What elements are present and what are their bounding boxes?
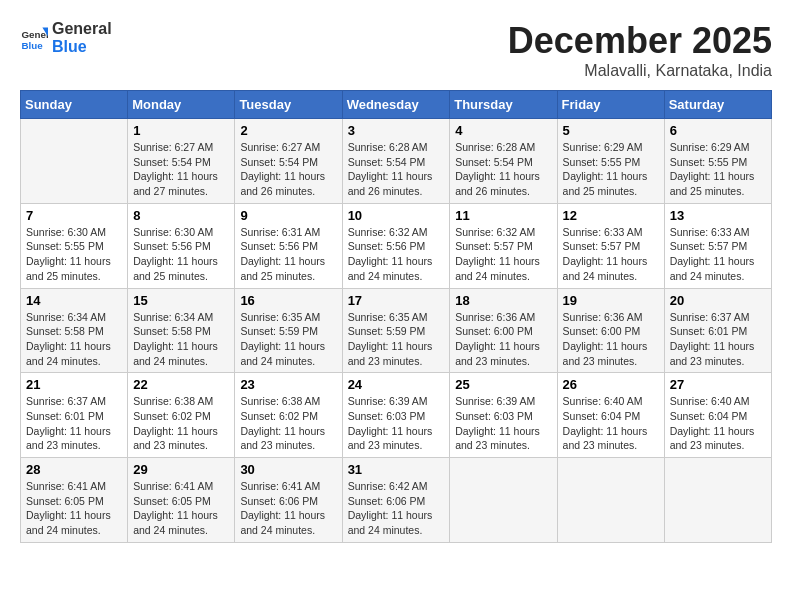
calendar-cell: 5Sunrise: 6:29 AM Sunset: 5:55 PM Daylig… [557, 119, 664, 204]
day-info: Sunrise: 6:32 AM Sunset: 5:56 PM Dayligh… [348, 225, 445, 284]
day-number: 11 [455, 208, 551, 223]
day-info: Sunrise: 6:27 AM Sunset: 5:54 PM Dayligh… [133, 140, 229, 199]
calendar-cell: 10Sunrise: 6:32 AM Sunset: 5:56 PM Dayli… [342, 203, 450, 288]
title-area: December 2025 Malavalli, Karnataka, Indi… [508, 20, 772, 80]
day-info: Sunrise: 6:35 AM Sunset: 5:59 PM Dayligh… [348, 310, 445, 369]
calendar-cell: 1Sunrise: 6:27 AM Sunset: 5:54 PM Daylig… [128, 119, 235, 204]
calendar-table: SundayMondayTuesdayWednesdayThursdayFrid… [20, 90, 772, 543]
day-info: Sunrise: 6:39 AM Sunset: 6:03 PM Dayligh… [348, 394, 445, 453]
day-number: 2 [240, 123, 336, 138]
calendar-cell: 21Sunrise: 6:37 AM Sunset: 6:01 PM Dayli… [21, 373, 128, 458]
calendar-cell: 12Sunrise: 6:33 AM Sunset: 5:57 PM Dayli… [557, 203, 664, 288]
weekday-label: Saturday [664, 91, 771, 119]
day-number: 1 [133, 123, 229, 138]
calendar-cell [664, 458, 771, 543]
day-number: 24 [348, 377, 445, 392]
day-info: Sunrise: 6:28 AM Sunset: 5:54 PM Dayligh… [455, 140, 551, 199]
day-info: Sunrise: 6:36 AM Sunset: 6:00 PM Dayligh… [563, 310, 659, 369]
day-info: Sunrise: 6:30 AM Sunset: 5:55 PM Dayligh… [26, 225, 122, 284]
calendar-cell: 6Sunrise: 6:29 AM Sunset: 5:55 PM Daylig… [664, 119, 771, 204]
day-number: 5 [563, 123, 659, 138]
day-info: Sunrise: 6:34 AM Sunset: 5:58 PM Dayligh… [133, 310, 229, 369]
calendar-cell: 8Sunrise: 6:30 AM Sunset: 5:56 PM Daylig… [128, 203, 235, 288]
day-number: 18 [455, 293, 551, 308]
calendar-cell: 30Sunrise: 6:41 AM Sunset: 6:06 PM Dayli… [235, 458, 342, 543]
calendar-cell: 3Sunrise: 6:28 AM Sunset: 5:54 PM Daylig… [342, 119, 450, 204]
day-info: Sunrise: 6:41 AM Sunset: 6:05 PM Dayligh… [133, 479, 229, 538]
weekday-label: Friday [557, 91, 664, 119]
day-info: Sunrise: 6:31 AM Sunset: 5:56 PM Dayligh… [240, 225, 336, 284]
calendar-week-row: 21Sunrise: 6:37 AM Sunset: 6:01 PM Dayli… [21, 373, 772, 458]
calendar-cell: 23Sunrise: 6:38 AM Sunset: 6:02 PM Dayli… [235, 373, 342, 458]
logo-line1: General [52, 20, 112, 38]
svg-text:Blue: Blue [21, 39, 43, 50]
calendar-cell: 4Sunrise: 6:28 AM Sunset: 5:54 PM Daylig… [450, 119, 557, 204]
weekday-header-row: SundayMondayTuesdayWednesdayThursdayFrid… [21, 91, 772, 119]
day-number: 13 [670, 208, 766, 223]
logo: General Blue General Blue [20, 20, 112, 55]
day-info: Sunrise: 6:41 AM Sunset: 6:06 PM Dayligh… [240, 479, 336, 538]
day-number: 25 [455, 377, 551, 392]
day-number: 8 [133, 208, 229, 223]
day-info: Sunrise: 6:33 AM Sunset: 5:57 PM Dayligh… [563, 225, 659, 284]
calendar-cell [557, 458, 664, 543]
day-info: Sunrise: 6:40 AM Sunset: 6:04 PM Dayligh… [670, 394, 766, 453]
day-info: Sunrise: 6:30 AM Sunset: 5:56 PM Dayligh… [133, 225, 229, 284]
day-info: Sunrise: 6:34 AM Sunset: 5:58 PM Dayligh… [26, 310, 122, 369]
calendar-cell: 28Sunrise: 6:41 AM Sunset: 6:05 PM Dayli… [21, 458, 128, 543]
day-number: 22 [133, 377, 229, 392]
day-number: 12 [563, 208, 659, 223]
weekday-label: Sunday [21, 91, 128, 119]
day-info: Sunrise: 6:38 AM Sunset: 6:02 PM Dayligh… [133, 394, 229, 453]
calendar-cell: 31Sunrise: 6:42 AM Sunset: 6:06 PM Dayli… [342, 458, 450, 543]
day-number: 26 [563, 377, 659, 392]
day-info: Sunrise: 6:42 AM Sunset: 6:06 PM Dayligh… [348, 479, 445, 538]
calendar-cell: 26Sunrise: 6:40 AM Sunset: 6:04 PM Dayli… [557, 373, 664, 458]
day-info: Sunrise: 6:39 AM Sunset: 6:03 PM Dayligh… [455, 394, 551, 453]
calendar-cell: 18Sunrise: 6:36 AM Sunset: 6:00 PM Dayli… [450, 288, 557, 373]
day-info: Sunrise: 6:29 AM Sunset: 5:55 PM Dayligh… [563, 140, 659, 199]
weekday-label: Tuesday [235, 91, 342, 119]
calendar-cell: 11Sunrise: 6:32 AM Sunset: 5:57 PM Dayli… [450, 203, 557, 288]
day-number: 23 [240, 377, 336, 392]
calendar-cell: 19Sunrise: 6:36 AM Sunset: 6:00 PM Dayli… [557, 288, 664, 373]
calendar-cell: 29Sunrise: 6:41 AM Sunset: 6:05 PM Dayli… [128, 458, 235, 543]
day-info: Sunrise: 6:32 AM Sunset: 5:57 PM Dayligh… [455, 225, 551, 284]
calendar-cell: 16Sunrise: 6:35 AM Sunset: 5:59 PM Dayli… [235, 288, 342, 373]
month-title: December 2025 [508, 20, 772, 62]
day-number: 14 [26, 293, 122, 308]
svg-text:General: General [21, 29, 48, 40]
day-number: 10 [348, 208, 445, 223]
calendar-body: 1Sunrise: 6:27 AM Sunset: 5:54 PM Daylig… [21, 119, 772, 543]
location-title: Malavalli, Karnataka, India [508, 62, 772, 80]
day-info: Sunrise: 6:36 AM Sunset: 6:00 PM Dayligh… [455, 310, 551, 369]
day-info: Sunrise: 6:27 AM Sunset: 5:54 PM Dayligh… [240, 140, 336, 199]
logo-icon: General Blue [20, 24, 48, 52]
calendar-cell: 13Sunrise: 6:33 AM Sunset: 5:57 PM Dayli… [664, 203, 771, 288]
day-info: Sunrise: 6:29 AM Sunset: 5:55 PM Dayligh… [670, 140, 766, 199]
calendar-week-row: 14Sunrise: 6:34 AM Sunset: 5:58 PM Dayli… [21, 288, 772, 373]
day-number: 27 [670, 377, 766, 392]
weekday-label: Thursday [450, 91, 557, 119]
calendar-cell: 2Sunrise: 6:27 AM Sunset: 5:54 PM Daylig… [235, 119, 342, 204]
calendar-cell: 7Sunrise: 6:30 AM Sunset: 5:55 PM Daylig… [21, 203, 128, 288]
day-number: 6 [670, 123, 766, 138]
logo-line2: Blue [52, 38, 112, 56]
day-number: 9 [240, 208, 336, 223]
header: General Blue General Blue December 2025 … [20, 20, 772, 80]
calendar-week-row: 1Sunrise: 6:27 AM Sunset: 5:54 PM Daylig… [21, 119, 772, 204]
day-number: 30 [240, 462, 336, 477]
day-info: Sunrise: 6:28 AM Sunset: 5:54 PM Dayligh… [348, 140, 445, 199]
calendar-week-row: 28Sunrise: 6:41 AM Sunset: 6:05 PM Dayli… [21, 458, 772, 543]
calendar-cell: 24Sunrise: 6:39 AM Sunset: 6:03 PM Dayli… [342, 373, 450, 458]
day-number: 17 [348, 293, 445, 308]
weekday-label: Monday [128, 91, 235, 119]
day-number: 31 [348, 462, 445, 477]
day-number: 3 [348, 123, 445, 138]
weekday-label: Wednesday [342, 91, 450, 119]
day-number: 21 [26, 377, 122, 392]
calendar-cell [21, 119, 128, 204]
day-info: Sunrise: 6:41 AM Sunset: 6:05 PM Dayligh… [26, 479, 122, 538]
calendar-cell [450, 458, 557, 543]
day-number: 20 [670, 293, 766, 308]
